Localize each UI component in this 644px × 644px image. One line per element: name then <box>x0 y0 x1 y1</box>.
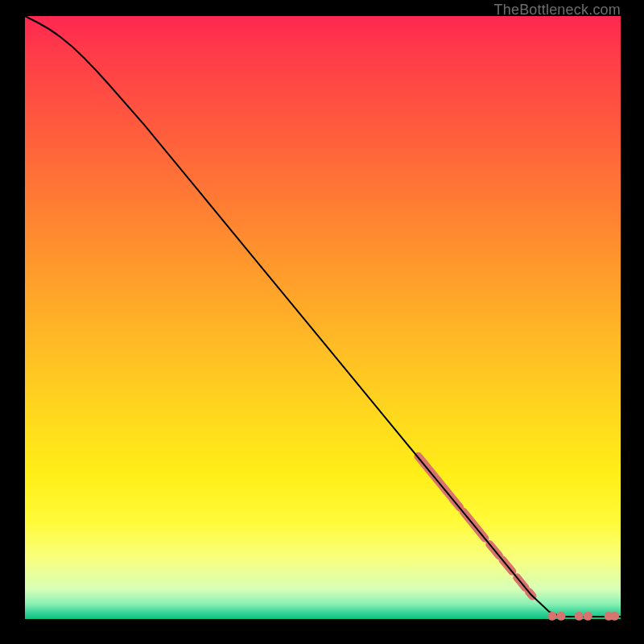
chart-stage: TheBottleneck.com <box>0 0 644 644</box>
highlight-dot <box>584 612 592 621</box>
curve-path <box>25 16 621 617</box>
chart-overlay <box>25 16 621 619</box>
highlight-dot <box>610 612 619 621</box>
plot-area: TheBottleneck.com <box>25 16 621 619</box>
highlight-dot <box>547 612 556 621</box>
highlight-dot <box>575 612 584 621</box>
highlight-dot <box>557 612 566 621</box>
